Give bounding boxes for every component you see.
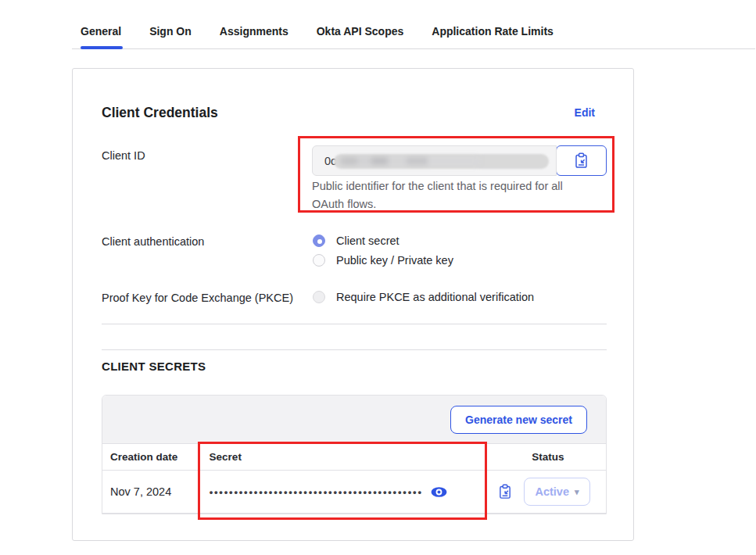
- radio-public-private-key-label: Public key / Private key: [336, 254, 453, 267]
- secrets-table-toolbar: Generate new secret: [102, 396, 606, 444]
- client-id-redaction-blur: [334, 154, 549, 169]
- section-title-client-credentials: Client Credentials: [102, 105, 218, 121]
- client-id-help-text: Public identifier for the client that is…: [312, 177, 587, 213]
- client-id-field-group: 0o: [312, 145, 607, 176]
- client-secrets-table: Generate new secret Creation date Secret…: [102, 395, 607, 514]
- clipboard-copy-icon: [498, 484, 512, 500]
- column-header-creation-date: Creation date: [102, 451, 200, 463]
- checkbox-unchecked-icon[interactable]: [313, 291, 325, 303]
- status-dropdown-button[interactable]: Active ▾: [524, 478, 589, 506]
- eye-icon: [431, 486, 447, 498]
- section-divider: [102, 324, 607, 324]
- table-row: Nov 7, 2024 ••••••••••••••••••••••••••••…: [102, 471, 606, 514]
- tab-assignments[interactable]: Assignments: [220, 25, 288, 38]
- radio-client-secret-label: Client secret: [336, 235, 399, 247]
- radio-client-secret[interactable]: Client secret: [313, 235, 453, 247]
- active-tab-indicator: [81, 46, 123, 49]
- tab-okta-api-scopes[interactable]: Okta API Scopes: [317, 25, 404, 38]
- client-id-value-field: 0o: [312, 145, 557, 176]
- tab-general[interactable]: General: [81, 25, 121, 38]
- caret-down-icon: ▾: [575, 487, 579, 497]
- secrets-table-header: Creation date Secret Status: [102, 444, 606, 471]
- client-id-label: Client ID: [102, 149, 145, 162]
- copy-client-id-button[interactable]: [556, 145, 607, 176]
- tab-sign-on[interactable]: Sign On: [149, 25, 192, 38]
- column-header-secret: Secret: [200, 451, 493, 463]
- tabbar-divider: [72, 48, 755, 49]
- section-divider: [102, 349, 607, 350]
- cell-status: Active ▾: [493, 478, 606, 506]
- pkce-checkbox-row[interactable]: Require PKCE as additional verification: [313, 291, 534, 303]
- generate-new-secret-button[interactable]: Generate new secret: [450, 406, 587, 434]
- app-tabbar: General Sign On Assignments Okta API Sco…: [0, 0, 756, 49]
- pkce-label: Proof Key for Code Exchange (PKCE): [102, 292, 293, 304]
- radio-unselected-icon[interactable]: [313, 254, 325, 267]
- clipboard-copy-icon: [574, 152, 589, 169]
- okta-app-settings-page: General Sign On Assignments Okta API Sco…: [0, 0, 756, 555]
- client-authentication-options: Client secret Public key / Private key: [313, 235, 453, 267]
- reveal-secret-button[interactable]: [431, 486, 447, 498]
- column-header-status: Status: [493, 451, 606, 463]
- cell-creation-date: Nov 7, 2024: [102, 485, 200, 498]
- edit-link[interactable]: Edit: [575, 106, 595, 119]
- tab-application-rate-limits[interactable]: Application Rate Limits: [432, 25, 554, 38]
- radio-selected-icon[interactable]: [313, 235, 325, 247]
- copy-secret-button[interactable]: [498, 484, 512, 500]
- cell-secret: ••••••••••••••••••••••••••••••••••••••••…: [200, 486, 493, 498]
- pkce-option-label: Require PKCE as additional verification: [336, 291, 534, 303]
- masked-secret-value: ••••••••••••••••••••••••••••••••••••••••…: [210, 486, 423, 498]
- client-credentials-card: Client Credentials Edit Client ID 0o: [72, 68, 634, 541]
- status-badge: Active: [535, 485, 569, 498]
- section-title-client-secrets: CLIENT SECRETS: [102, 360, 206, 373]
- client-authentication-label: Client authentication: [102, 235, 204, 248]
- radio-public-private-key[interactable]: Public key / Private key: [313, 254, 453, 267]
